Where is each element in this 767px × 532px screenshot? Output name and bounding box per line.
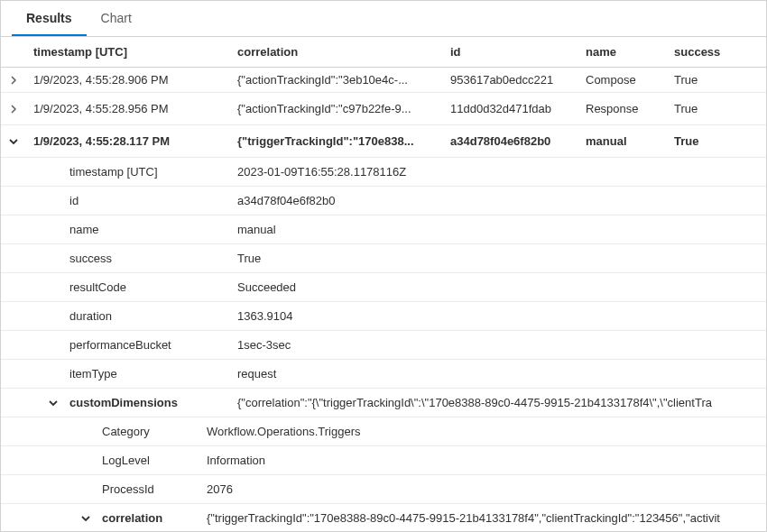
cell-correlation: {"triggerTrackingId":"170e838... [230,134,443,148]
table-header: timestamp [UTC] correlation id name succ… [1,37,766,68]
detail-value: Workflow.Operations.Triggers [199,425,766,438]
detail-key: Category [95,425,199,438]
detail-key: name [62,223,230,236]
cell-correlation: {"actionTrackingId":"c97b22fe-9... [230,102,443,115]
chevron-right-icon[interactable] [1,93,26,125]
chevron-down-icon[interactable] [1,125,26,158]
header-id[interactable]: id [443,45,578,59]
cell-id: a34d78f04e6f82b0 [443,134,578,148]
table-row-expanded[interactable]: 1/9/2023, 4:55:28.117 PM {"triggerTracki… [1,125,766,158]
cell-success: True [667,73,739,87]
detail-value: Information [199,454,766,467]
detail-key: ProcessId [95,482,199,496]
detail-key: performanceBucket [62,338,230,352]
detail-value: manual [230,223,766,236]
cell-name: manual [578,134,667,148]
chevron-down-icon[interactable] [77,502,95,533]
cell-name: Compose [578,73,667,87]
detail-row: duration 1363.9104 [1,302,766,331]
detail-row: timestamp [UTC] 2023-01-09T16:55:28.1178… [1,158,766,187]
detail-key: id [62,194,230,207]
detail-key: duration [62,309,230,323]
table-row[interactable]: 1/9/2023, 4:55:28.956 PM {"actionTrackin… [1,93,766,125]
correlation-prefix: {"triggerTrackingId":"170e8388-89c0-4475… [207,511,541,525]
detail-value: {"correlation":"{\"triggerTrackingId\":\… [230,396,766,409]
correlation-highlight: "clientTrackingId":"123456" [541,511,682,525]
header-correlation[interactable]: correlation [230,45,443,59]
detail-key: itemType [62,367,230,381]
cell-name: Response [578,102,667,115]
cell-correlation: {"actionTrackingId":"3eb10e4c-... [230,73,443,87]
detail-row: ProcessId 2076 [1,475,766,504]
detail-row: Category Workflow.Operations.Triggers [1,417,766,446]
tab-chart[interactable]: Chart [87,4,146,36]
detail-key: success [62,252,230,265]
detail-value-correlation: {"triggerTrackingId":"170e8388-89c0-4475… [199,511,766,525]
detail-value: 2023-01-09T16:55:28.1178116Z [230,165,766,179]
detail-key: timestamp [UTC] [62,165,230,179]
detail-row: performanceBucket 1sec-3sec [1,331,766,360]
detail-row: resultCode Succeeded [1,273,766,302]
detail-row: itemType request [1,360,766,389]
results-body: 1/9/2023, 4:55:28.906 PM {"actionTrackin… [1,68,766,532]
cell-timestamp: 1/9/2023, 4:55:28.956 PM [26,102,230,115]
detail-key: correlation [95,511,199,525]
detail-row: LogLevel Information [1,446,766,475]
header-name[interactable]: name [578,45,667,59]
detail-value: Succeeded [230,280,766,294]
detail-key: resultCode [62,280,230,294]
detail-row: id a34d78f04e6f82b0 [1,187,766,216]
detail-row-customdimensions[interactable]: customDimensions {"correlation":"{\"trig… [1,389,766,417]
header-success[interactable]: success [667,45,739,59]
cell-success: True [667,134,739,148]
detail-row: success True [1,244,766,273]
chevron-down-icon[interactable] [44,387,62,419]
detail-key: LogLevel [95,454,199,467]
tab-results[interactable]: Results [12,4,87,36]
detail-value: 1sec-3sec [230,338,766,352]
detail-key: customDimensions [62,396,230,409]
table-row[interactable]: 1/9/2023, 4:55:28.906 PM {"actionTrackin… [1,68,766,93]
chevron-right-icon[interactable] [1,68,26,96]
cell-timestamp: 1/9/2023, 4:55:28.906 PM [26,73,230,87]
detail-value: 1363.9104 [230,309,766,323]
tabs: Results Chart [1,1,766,37]
cell-id: 953617ab0edcc221 [443,73,578,87]
cell-timestamp: 1/9/2023, 4:55:28.117 PM [26,134,230,148]
detail-value: request [230,367,766,381]
detail-value: True [230,252,766,265]
detail-row: name manual [1,216,766,244]
detail-value: 2076 [199,482,766,496]
correlation-suffix: ,"activit [682,511,719,525]
header-timestamp[interactable]: timestamp [UTC] [26,45,230,59]
detail-row-correlation[interactable]: correlation {"triggerTrackingId":"170e83… [1,504,766,532]
detail-value: a34d78f04e6f82b0 [230,194,766,207]
cell-id: 11dd0d32d471fdab [443,102,578,115]
cell-success: True [667,102,739,115]
